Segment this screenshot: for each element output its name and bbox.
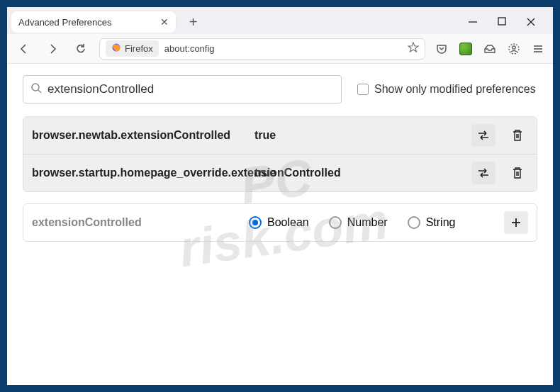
delete-button[interactable]	[507, 129, 528, 142]
svg-point-6	[513, 45, 515, 48]
refresh-button[interactable]	[71, 39, 91, 59]
radio-checked-icon	[249, 216, 262, 229]
url-text: about:config	[164, 43, 215, 54]
add-pref-row: extensionControlled Boolean Number Strin…	[23, 203, 537, 242]
add-button[interactable]	[504, 211, 528, 234]
pref-name: browser.newtab.extensionControlled	[32, 128, 245, 143]
identity-label: Firefox	[125, 43, 153, 54]
radio-boolean[interactable]: Boolean	[249, 216, 309, 229]
forward-button[interactable]	[43, 39, 62, 59]
new-tab-button[interactable]: +	[186, 14, 201, 30]
address-bar[interactable]: Firefox about:config	[99, 38, 425, 60]
search-input[interactable]	[47, 82, 334, 96]
radio-number[interactable]: Number	[329, 216, 388, 229]
show-only-modified[interactable]: Show only modified preferences	[357, 83, 536, 96]
menu-button[interactable]	[530, 41, 546, 57]
radio-unchecked-icon	[329, 216, 342, 229]
pref-row: browser.startup.homepage_override.extens…	[23, 154, 537, 191]
nav-toolbar: Firefox about:config	[7, 34, 553, 64]
back-button[interactable]	[14, 39, 34, 59]
pocket-icon[interactable]	[434, 41, 449, 57]
titlebar: Advanced Preferences ✕ +	[7, 7, 553, 34]
pref-row: browser.newtab.extensionControlled true	[23, 117, 537, 154]
pref-value: true	[254, 129, 276, 142]
account-icon[interactable]	[506, 41, 522, 57]
radio-string[interactable]: String	[408, 216, 456, 229]
bookmark-star-icon[interactable]	[408, 42, 419, 55]
browser-window: Advanced Preferences ✕ +	[7, 7, 553, 385]
radio-label: Number	[347, 216, 388, 229]
identity-chip[interactable]: Firefox	[106, 40, 159, 57]
minimize-button[interactable]	[468, 17, 478, 27]
add-pref-name: extensionControlled	[32, 216, 245, 229]
pref-name: browser.startup.homepage_override.extens…	[32, 166, 245, 181]
search-row: Show only modified preferences	[23, 75, 537, 103]
inbox-icon[interactable]	[482, 41, 498, 57]
toggle-button[interactable]	[471, 124, 495, 147]
about-config-page: PC risk.com Show only modified preferenc…	[7, 64, 553, 385]
show-only-modified-label: Show only modified preferences	[374, 83, 536, 96]
prefs-list: browser.newtab.extensionControlled true …	[23, 116, 537, 192]
svg-rect-1	[498, 18, 505, 25]
delete-button[interactable]	[507, 167, 528, 179]
search-icon	[30, 82, 42, 96]
radio-label: String	[426, 216, 456, 229]
toggle-button[interactable]	[471, 162, 495, 184]
window-controls	[468, 17, 553, 27]
radio-label: Boolean	[267, 216, 309, 229]
type-radio-group: Boolean Number String	[249, 216, 455, 229]
close-window-button[interactable]	[526, 17, 536, 27]
svg-point-10	[32, 84, 39, 91]
close-tab-icon[interactable]: ✕	[160, 16, 169, 28]
pref-value: true	[254, 167, 276, 179]
browser-tab[interactable]: Advanced Preferences ✕	[11, 11, 176, 33]
extension-icon[interactable]	[458, 41, 474, 57]
checkbox-unchecked[interactable]	[357, 84, 369, 95]
firefox-icon	[111, 43, 121, 55]
tab-title: Advanced Preferences	[18, 17, 112, 28]
maximize-button[interactable]	[498, 17, 506, 27]
svg-line-11	[38, 90, 41, 93]
search-box[interactable]	[23, 75, 342, 103]
radio-unchecked-icon	[408, 216, 420, 229]
